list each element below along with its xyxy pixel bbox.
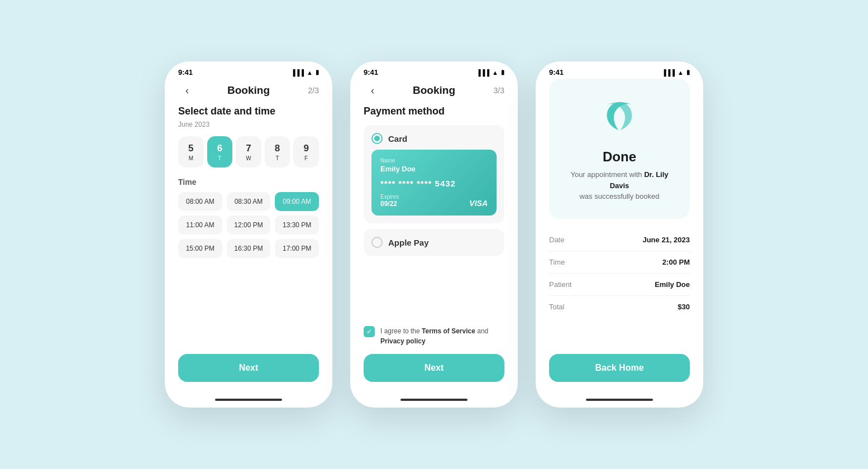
back-home-button[interactable]: Back Home bbox=[549, 354, 690, 382]
time-item[interactable]: 09:00 AM bbox=[275, 192, 319, 211]
date-row: 5M6T7W8T9F bbox=[178, 136, 319, 168]
home-indicator-3 bbox=[586, 399, 653, 401]
detail-key: Date bbox=[549, 236, 564, 244]
battery-icon-3: ▮ bbox=[686, 69, 690, 76]
status-bar-2: 9:41 ▐▐▐ ▲ ▮ bbox=[350, 61, 518, 79]
terms-text: I agree to the Terms of Service and Priv… bbox=[380, 326, 488, 346]
date-day: W bbox=[246, 155, 251, 161]
card-visual: Name Emily Doe **** **** **** 5432 Expir… bbox=[371, 150, 497, 216]
status-icons-3: ▐▐▐ ▲ ▮ bbox=[662, 69, 690, 76]
card-option-header: Card bbox=[371, 133, 497, 144]
month-label: June 2023 bbox=[178, 121, 319, 128]
date-num: 5 bbox=[188, 143, 193, 154]
date-num: 8 bbox=[275, 143, 280, 154]
time-3: 9:41 bbox=[549, 68, 564, 76]
status-icons-1: ▐▐▐ ▲ ▮ bbox=[291, 69, 319, 76]
wifi-icon: ▲ bbox=[307, 69, 313, 76]
terms-link-2[interactable]: Privacy policy bbox=[380, 337, 426, 345]
date-item[interactable]: 9F bbox=[293, 136, 319, 168]
card-expires: 09/22 bbox=[380, 200, 399, 208]
terms-checkbox[interactable]: ✓ bbox=[364, 326, 375, 337]
signal-icon-2: ▐▐▐ bbox=[476, 69, 489, 76]
time-1: 9:41 bbox=[178, 68, 193, 76]
date-item[interactable]: 5M bbox=[178, 136, 204, 168]
header-title-2: Booking bbox=[413, 84, 455, 97]
done-subtitle-2: was successfully booked bbox=[579, 192, 659, 200]
apple-pay-radio[interactable] bbox=[371, 237, 383, 248]
date-num: 7 bbox=[246, 143, 251, 154]
date-num: 6 bbox=[217, 143, 222, 154]
signal-icon-3: ▐▐▐ bbox=[662, 69, 675, 76]
date-item[interactable]: 6T bbox=[207, 136, 233, 168]
time-item[interactable]: 16:30 PM bbox=[227, 239, 271, 258]
done-title: Done bbox=[603, 149, 636, 165]
apple-pay-option[interactable]: Apple Pay bbox=[364, 229, 504, 256]
apple-pay-header: Apple Pay bbox=[371, 237, 497, 248]
terms-text-1: I agree to the bbox=[380, 327, 422, 335]
next-button-1[interactable]: Next bbox=[178, 354, 319, 382]
time-label: Time bbox=[178, 178, 319, 186]
date-day: F bbox=[304, 155, 308, 161]
time-item[interactable]: 12:00 PM bbox=[227, 216, 271, 234]
card-brand: VISA bbox=[469, 199, 488, 208]
card-expires-label: Expires bbox=[380, 194, 399, 200]
phone2-content: ‹ Booking 3/3 Payment method Card Name E… bbox=[350, 79, 518, 393]
detail-value: 2:00 PM bbox=[662, 258, 690, 266]
detail-value: June 21, 2023 bbox=[642, 236, 690, 244]
card-radio[interactable] bbox=[371, 133, 383, 144]
wifi-icon-2: ▲ bbox=[492, 69, 498, 76]
phone-2: 9:41 ▐▐▐ ▲ ▮ ‹ Booking 3/3 Payment metho… bbox=[350, 61, 518, 408]
phone2-header: ‹ Booking 3/3 bbox=[364, 79, 504, 106]
battery-icon: ▮ bbox=[316, 69, 319, 76]
date-day: T bbox=[276, 155, 279, 161]
app-logo-icon bbox=[597, 95, 642, 140]
detail-value: Emily Doe bbox=[655, 280, 690, 289]
phone3-content: Done Your appointment with Dr. Lily Davi… bbox=[536, 79, 703, 393]
booking-details: DateJune 21, 2023Time2:00 PMPatientEmily… bbox=[549, 229, 690, 318]
time-item[interactable]: 13:30 PM bbox=[275, 216, 319, 234]
date-num: 9 bbox=[303, 143, 308, 154]
date-day: M bbox=[189, 155, 193, 161]
terms-row: ✓ I agree to the Terms of Service and Pr… bbox=[364, 326, 504, 346]
detail-key: Total bbox=[549, 303, 564, 311]
detail-row: PatientEmily Doe bbox=[549, 274, 690, 296]
phone1-content: ‹ Booking 2/3 Select date and time June … bbox=[165, 79, 332, 393]
card-option[interactable]: Card Name Emily Doe **** **** **** 5432 … bbox=[364, 125, 504, 223]
time-item[interactable]: 08:30 AM bbox=[227, 192, 271, 211]
wifi-icon-3: ▲ bbox=[678, 69, 684, 76]
done-card: Done Your appointment with Dr. Lily Davi… bbox=[549, 79, 690, 219]
card-name: Emily Doe bbox=[380, 165, 488, 173]
time-item[interactable]: 08:00 AM bbox=[178, 192, 222, 211]
time-item[interactable]: 15:00 PM bbox=[178, 239, 222, 258]
date-item[interactable]: 7W bbox=[236, 136, 261, 168]
terms-link-1[interactable]: Terms of Service bbox=[422, 327, 475, 335]
signal-icon: ▐▐▐ bbox=[291, 69, 304, 76]
home-indicator-2 bbox=[400, 399, 468, 401]
date-day: T bbox=[218, 155, 221, 161]
back-button-2[interactable]: ‹ bbox=[364, 82, 381, 99]
card-bottom: Expires 09/22 VISA bbox=[380, 194, 488, 208]
time-item[interactable]: 11:00 AM bbox=[178, 216, 222, 234]
time-item[interactable]: 17:00 PM bbox=[275, 239, 319, 258]
phone-1: 9:41 ▐▐▐ ▲ ▮ ‹ Booking 2/3 Select date a… bbox=[165, 61, 332, 408]
phone1-header: ‹ Booking 2/3 bbox=[178, 79, 319, 106]
home-indicator-1 bbox=[215, 399, 282, 401]
status-bar-3: 9:41 ▐▐▐ ▲ ▮ bbox=[536, 61, 703, 79]
header-title-1: Booking bbox=[227, 84, 270, 97]
detail-key: Time bbox=[549, 258, 565, 266]
status-bar-1: 9:41 ▐▐▐ ▲ ▮ bbox=[165, 61, 332, 79]
back-button-1[interactable]: ‹ bbox=[178, 82, 196, 99]
done-subtitle-1: Your appointment with bbox=[570, 170, 644, 179]
status-icons-2: ▐▐▐ ▲ ▮ bbox=[476, 69, 504, 76]
header-step-2: 3/3 bbox=[494, 86, 504, 95]
detail-row: DateJune 21, 2023 bbox=[549, 229, 690, 251]
header-step-1: 2/3 bbox=[308, 86, 319, 95]
terms-text-2: and bbox=[475, 327, 488, 335]
detail-row: Total$30 bbox=[549, 296, 690, 318]
apple-pay-label: Apple Pay bbox=[388, 238, 429, 247]
select-date-title: Select date and time bbox=[178, 106, 319, 117]
date-item[interactable]: 8T bbox=[265, 136, 290, 168]
done-subtitle: Your appointment with Dr. Lily Daviswas … bbox=[560, 169, 679, 202]
next-button-2[interactable]: Next bbox=[364, 354, 504, 382]
detail-key: Patient bbox=[549, 280, 571, 289]
